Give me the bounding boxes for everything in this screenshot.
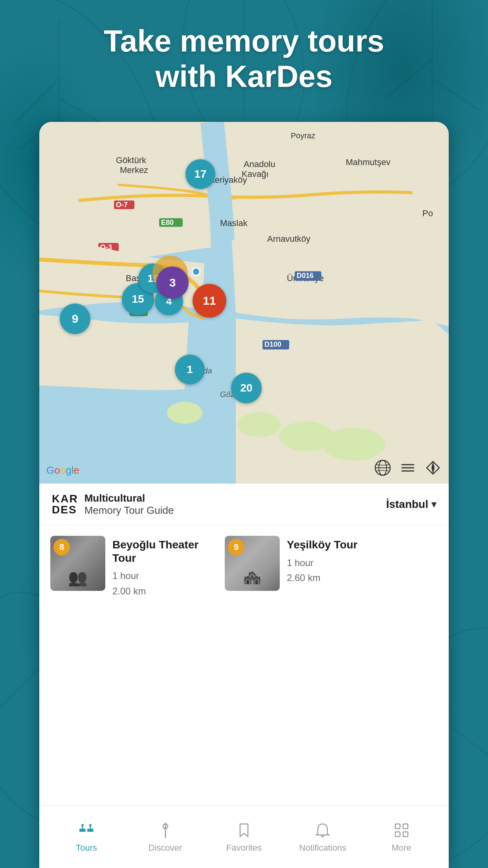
svg-line-17 [452, 727, 488, 767]
svg-text:E80: E80 [161, 219, 174, 226]
discover-icon [156, 821, 175, 840]
tours-icon [77, 821, 96, 840]
map-controls [374, 459, 442, 476]
svg-text:Po: Po [422, 208, 433, 218]
globe-icon[interactable] [374, 459, 391, 476]
marker-17[interactable]: 17 [185, 159, 215, 189]
tab-more[interactable]: More [370, 821, 433, 853]
location-icon[interactable] [424, 459, 442, 476]
svg-text:Göktürk: Göktürk [116, 155, 147, 165]
tab-tours[interactable]: Tours [55, 821, 118, 853]
svg-point-28 [238, 412, 281, 437]
tour-badge-beyoglu: 8 [53, 539, 70, 555]
chevron-down-icon: ▾ [431, 499, 436, 510]
svg-rect-66 [395, 824, 400, 829]
map-background: E80 O-7 O-3 Göztepe Başakşehi [39, 122, 449, 484]
tour-card-beyoglu[interactable]: 8 Beyoğlu Theater Tour 1 hour 2.00 km [49, 534, 214, 603]
marker-9[interactable]: 9 [60, 303, 90, 334]
svg-point-27 [167, 402, 202, 424]
app-title: Multicultural Memory Tour Guide [84, 492, 174, 517]
svg-text:Maslak: Maslak [220, 218, 248, 228]
marker-3[interactable]: 3 [156, 267, 189, 299]
favorites-icon [235, 821, 253, 840]
svg-rect-69 [403, 832, 408, 837]
tour-info-beyoglu: Beyoğlu Theater Tour 1 hour 2.00 km [112, 536, 212, 601]
tab-notifications[interactable]: Notifications [291, 821, 354, 853]
header-title: Take memory tours with KarDes [0, 24, 488, 94]
marker-small-blue [192, 267, 200, 276]
notifications-icon [313, 821, 332, 840]
menu-lines-icon[interactable] [399, 459, 416, 476]
more-icon [392, 821, 411, 840]
tab-bar: Tours Discover Favorites Notifications [39, 805, 449, 868]
app-card: E80 O-7 O-3 Göztepe Başakşehi [39, 122, 449, 868]
tour-badge-yesilkoy: 9 [228, 539, 244, 555]
tour-card-yesilkoy[interactable]: 9 Yeşilköy Tour 1 hour 2.60 km [223, 534, 388, 603]
svg-text:Mahmutşev: Mahmutşev [346, 157, 391, 167]
tour-thumb-yesilkoy: 9 [225, 536, 280, 591]
svg-point-62 [89, 824, 92, 826]
svg-rect-57 [79, 829, 86, 832]
tour-info-yesilkoy: Yeşilköy Tour 1 hour 2.60 km [287, 536, 387, 588]
tour-thumb-beyoglu: 8 [50, 536, 105, 591]
svg-point-30 [322, 428, 385, 461]
svg-rect-68 [395, 832, 400, 837]
svg-rect-58 [87, 829, 94, 832]
svg-text:Poyraz: Poyraz [291, 131, 315, 140]
google-logo: Google [46, 464, 79, 476]
svg-point-61 [81, 824, 84, 826]
marker-11[interactable]: 11 [193, 284, 226, 318]
kardes-logo: KAR DES [52, 493, 78, 515]
tab-discover[interactable]: Discover [134, 821, 197, 853]
app-logo-area: KAR DES Multicultural Memory Tour Guide [52, 492, 174, 517]
tours-list: 8 Beyoğlu Theater Tour 1 hour 2.00 km 9 … [39, 525, 449, 612]
map-container[interactable]: E80 O-7 O-3 Göztepe Başakşehi [39, 122, 449, 484]
header: Take memory tours with KarDes [0, 24, 488, 94]
svg-text:D100: D100 [264, 340, 281, 348]
svg-text:O-7: O-7 [116, 201, 128, 209]
marker-20[interactable]: 20 [231, 373, 262, 403]
svg-text:Arnavutköy: Arnavutköy [267, 234, 310, 244]
marker-1[interactable]: 1 [175, 355, 205, 384]
svg-text:Anadolu: Anadolu [244, 159, 275, 169]
city-selector[interactable]: İstanbul ▾ [386, 498, 436, 511]
svg-line-12 [0, 668, 39, 708]
svg-text:Merkez: Merkez [120, 165, 148, 175]
svg-text:Kavağı: Kavağı [242, 169, 269, 179]
app-bar: KAR DES Multicultural Memory Tour Guide … [39, 484, 449, 525]
tab-favorites[interactable]: Favorites [213, 821, 275, 853]
svg-text:D016: D016 [297, 272, 314, 280]
svg-rect-67 [403, 824, 408, 829]
